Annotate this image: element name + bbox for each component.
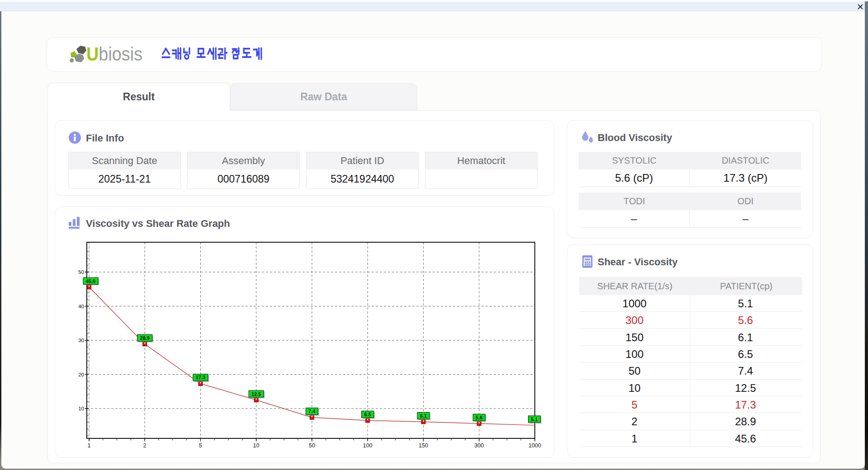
svg-text:45.6: 45.6 — [86, 278, 95, 284]
svg-text:7.4: 7.4 — [308, 409, 316, 414]
svg-text:20: 20 — [78, 372, 84, 377]
svg-text:12.5: 12.5 — [251, 391, 261, 397]
svg-text:1000: 1000 — [528, 442, 541, 449]
svg-text:10: 10 — [253, 442, 259, 449]
svg-text:50: 50 — [309, 442, 315, 449]
svg-text:1: 1 — [88, 442, 91, 449]
svg-text:5: 5 — [199, 442, 202, 449]
svg-text:17.3: 17.3 — [196, 375, 205, 380]
svg-text:300: 300 — [474, 442, 484, 449]
svg-text:2: 2 — [143, 442, 146, 449]
svg-text:30: 30 — [78, 338, 84, 343]
svg-text:6.1: 6.1 — [420, 413, 427, 418]
svg-text:150: 150 — [419, 442, 428, 449]
svg-text:10: 10 — [78, 406, 84, 411]
svg-text:50: 50 — [78, 269, 84, 275]
svg-text:6.5: 6.5 — [364, 412, 371, 417]
svg-text:100: 100 — [363, 442, 373, 449]
svg-text:28.9: 28.9 — [140, 335, 150, 341]
svg-text:40: 40 — [78, 304, 84, 309]
svg-text:5.6: 5.6 — [476, 415, 482, 420]
svg-text:5.1: 5.1 — [531, 417, 538, 422]
